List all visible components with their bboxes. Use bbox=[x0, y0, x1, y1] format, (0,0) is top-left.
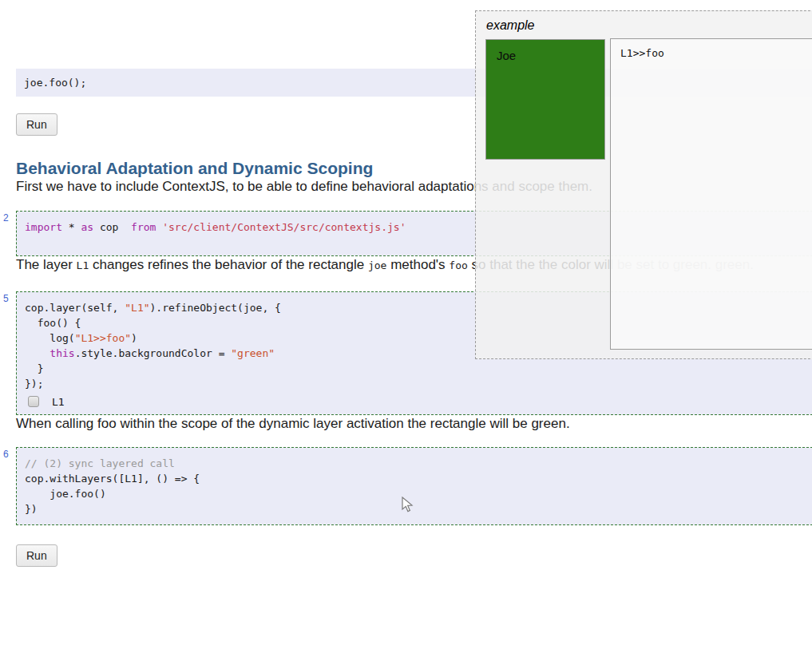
line-number: 2 bbox=[3, 212, 9, 224]
example-window-title: example bbox=[486, 18, 534, 33]
page: joe.foo(); Run Behavioral Adaptation and… bbox=[0, 0, 812, 645]
layer-checkbox-label: L1 bbox=[52, 396, 65, 408]
joe-rectangle[interactable]: Joe bbox=[485, 39, 605, 160]
log-console: L1>>foo bbox=[610, 38, 812, 350]
layer-toggle-row: L1 bbox=[28, 394, 812, 410]
layer-checkbox[interactable] bbox=[28, 396, 39, 407]
example-window: example Joe L1>>foo bbox=[475, 10, 812, 359]
line-number: 6 bbox=[3, 449, 9, 460]
line-number: 5 bbox=[3, 293, 9, 304]
run-button-top[interactable]: Run bbox=[16, 113, 57, 136]
mouse-cursor-icon bbox=[402, 497, 414, 513]
code-cell-with-layers[interactable]: 6 // (2) sync layered callcop.withLayers… bbox=[16, 447, 812, 525]
paragraph-when-calling-foo: When calling foo within the scope of the… bbox=[16, 415, 812, 432]
code-editor[interactable]: // (2) sync layered callcop.withLayers([… bbox=[25, 456, 812, 516]
log-entry: L1>>foo bbox=[611, 39, 812, 67]
joe-rectangle-label: Joe bbox=[497, 49, 604, 62]
run-button-bottom[interactable]: Run bbox=[16, 544, 57, 567]
